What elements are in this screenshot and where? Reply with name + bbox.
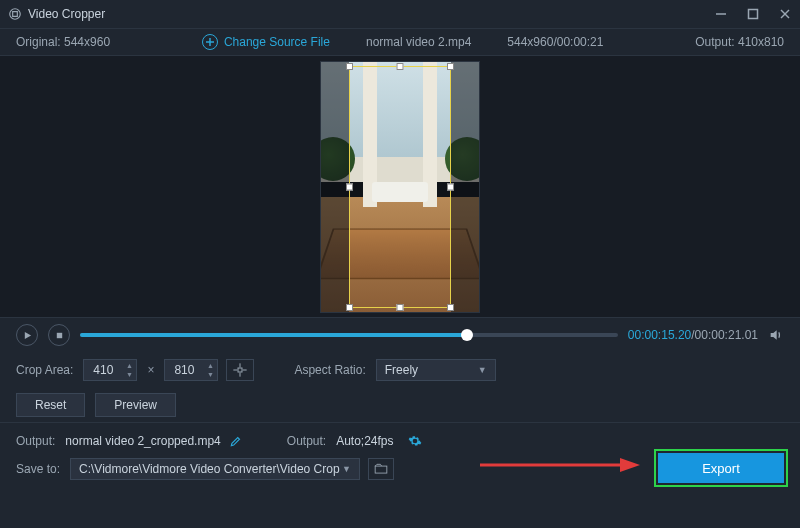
height-step-up-icon[interactable]: ▲ [205,362,215,369]
output-file-label: Output: [16,434,55,448]
crop-area-label: Crop Area: [16,363,73,377]
crop-handle-bm[interactable] [397,304,404,311]
crop-handle-bl[interactable] [346,304,353,311]
source-filename: normal video 2.mp4 [366,35,471,49]
crop-rectangle[interactable] [349,66,451,308]
width-step-up-icon[interactable]: ▲ [124,362,134,369]
crop-handle-tm[interactable] [397,63,404,70]
crop-height-value: 810 [174,363,194,377]
crop-handle-tl[interactable] [346,63,353,70]
svg-rect-8 [56,332,61,337]
crop-handle-mr[interactable] [447,183,454,190]
close-icon[interactable] [778,7,792,21]
crop-handle-br[interactable] [447,304,454,311]
output-dimensions: Output: 410x810 [695,35,784,49]
export-button[interactable]: Export [658,453,784,483]
chevron-down-icon: ▼ [342,464,351,474]
svg-point-0 [10,9,21,20]
output-file-value: normal video 2_cropped.mp4 [65,434,220,448]
svg-rect-14 [375,466,387,473]
timecode: 00:00:15.20/00:00:21.01 [628,328,758,342]
source-meta: 544x960/00:00:21 [507,35,603,49]
open-folder-button[interactable] [368,458,394,480]
crop-width-value: 410 [93,363,113,377]
crop-handle-tr[interactable] [447,63,454,70]
crop-handle-ml[interactable] [346,183,353,190]
minimize-icon[interactable] [714,7,728,21]
app-title: Video Cropper [28,7,105,21]
seek-slider[interactable] [80,333,618,337]
app-icon [8,7,22,21]
export-highlight: Export [658,453,784,483]
aspect-ratio-value: Freely [385,363,418,377]
save-path-value: C:\Vidmore\Vidmore Video Converter\Video… [79,462,340,476]
preview-button[interactable]: Preview [95,393,176,417]
crop-width-input[interactable]: 410 ▲▼ [83,359,137,381]
seek-knob[interactable] [461,329,473,341]
play-button[interactable] [16,324,38,346]
svg-rect-2 [749,10,758,19]
aspect-ratio-select[interactable]: Freely ▼ [376,359,496,381]
svg-marker-7 [24,331,30,338]
change-source-label: Change Source File [224,35,330,49]
width-step-down-icon[interactable]: ▼ [124,371,134,378]
times-icon: × [147,363,154,377]
svg-rect-13 [238,368,242,372]
volume-icon[interactable] [768,327,784,343]
save-path-select[interactable]: C:\Vidmore\Vidmore Video Converter\Video… [70,458,360,480]
video-preview[interactable] [0,55,800,318]
original-dimensions: Original: 544x960 [16,35,110,49]
height-step-down-icon[interactable]: ▼ [205,371,215,378]
change-source-button[interactable]: Change Source File [202,34,330,50]
output-format-label: Output: [287,434,326,448]
plus-icon [202,34,218,50]
chevron-down-icon: ▼ [478,365,487,375]
aspect-ratio-label: Aspect Ratio: [294,363,365,377]
crop-height-input[interactable]: 810 ▲▼ [164,359,218,381]
reset-button[interactable]: Reset [16,393,85,417]
stop-button[interactable] [48,324,70,346]
output-format-value: Auto;24fps [336,434,393,448]
output-settings-button[interactable] [408,434,422,448]
maximize-icon[interactable] [746,7,760,21]
center-crop-button[interactable] [226,359,254,381]
edit-output-name-button[interactable] [229,434,243,448]
save-to-label: Save to: [16,462,60,476]
